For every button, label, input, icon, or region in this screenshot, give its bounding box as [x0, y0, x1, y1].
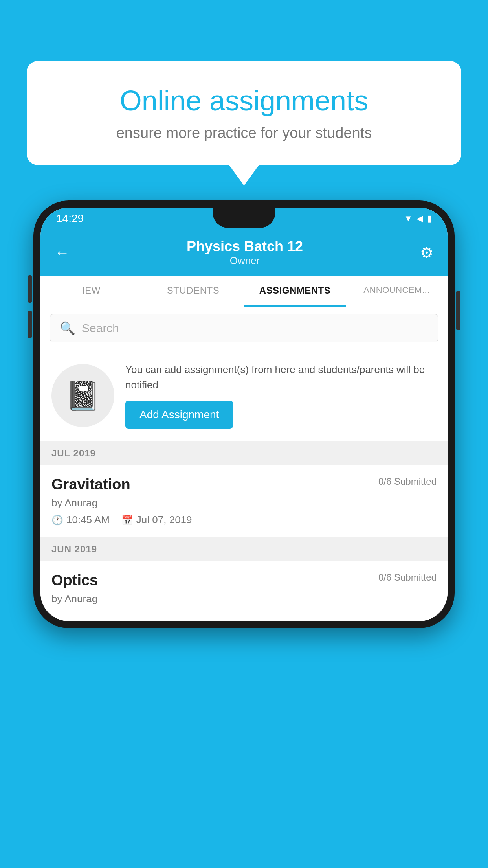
- search-icon: 🔍: [60, 321, 75, 336]
- header-title: Physics Batch 12: [187, 238, 303, 255]
- assignment-item-header-optics: Optics 0/6 Submitted: [51, 572, 437, 589]
- speech-bubble: Online assignments ensure more practice …: [27, 61, 461, 165]
- wifi-icon: ▼: [404, 213, 413, 224]
- search-placeholder: Search: [82, 322, 119, 335]
- battery-icon: ▮: [427, 213, 432, 224]
- app-header: ← Physics Batch 12 Owner ⚙: [40, 230, 448, 276]
- assignment-item-gravitation[interactable]: Gravitation 0/6 Submitted by Anurag 🕐 10…: [40, 465, 448, 537]
- speech-bubble-subtitle: ensure more practice for your students: [58, 125, 430, 142]
- section-header-jul: JUL 2019: [40, 441, 448, 465]
- assignment-time: 10:45 AM: [66, 514, 110, 526]
- back-button[interactable]: ←: [55, 244, 70, 261]
- status-time: 14:29: [56, 212, 84, 225]
- status-icons: ▼ ◀ ▮: [404, 213, 432, 224]
- notebook-icon: 📓: [65, 379, 101, 412]
- meta-date: 📅 Jul 07, 2019: [121, 514, 192, 526]
- search-box[interactable]: 🔍 Search: [50, 314, 438, 342]
- assignment-submitted-optics: 0/6 Submitted: [378, 572, 437, 583]
- settings-icon[interactable]: ⚙: [420, 244, 433, 261]
- assignment-date: Jul 07, 2019: [136, 514, 192, 526]
- add-assignment-button[interactable]: Add Assignment: [125, 401, 233, 429]
- power-button[interactable]: [456, 291, 460, 330]
- meta-time: 🕐 10:45 AM: [51, 514, 110, 526]
- calendar-icon: 📅: [121, 515, 133, 526]
- tab-students[interactable]: STUDENTS: [142, 276, 244, 307]
- assignment-icon-circle: 📓: [51, 364, 114, 427]
- phone: 14:29 ▼ ◀ ▮ ← Physics Batch 12 Owner ⚙ I…: [33, 200, 455, 628]
- header-center: Physics Batch 12 Owner: [187, 238, 303, 267]
- assignment-meta: 🕐 10:45 AM 📅 Jul 07, 2019: [51, 514, 437, 526]
- assignment-submitted: 0/6 Submitted: [378, 476, 437, 487]
- assignment-item-header: Gravitation 0/6 Submitted: [51, 476, 437, 493]
- assignment-name: Gravitation: [51, 476, 130, 493]
- assignment-right: You can add assignment(s) from here and …: [125, 362, 437, 429]
- status-bar: 14:29 ▼ ◀ ▮: [40, 208, 448, 230]
- tabs-bar: IEW STUDENTS ASSIGNMENTS ANNOUNCEM...: [40, 276, 448, 307]
- tab-iew[interactable]: IEW: [40, 276, 142, 307]
- assignment-description: You can add assignment(s) from here and …: [125, 362, 437, 393]
- search-container: 🔍 Search: [40, 307, 448, 349]
- tab-assignments[interactable]: ASSIGNMENTS: [244, 276, 346, 307]
- add-assignment-section: 📓 You can add assignment(s) from here an…: [40, 349, 448, 441]
- section-header-jun: JUN 2019: [40, 537, 448, 561]
- assignment-author: by Anurag: [51, 497, 437, 509]
- volume-down-button[interactable]: [28, 311, 32, 338]
- clock-icon: 🕐: [51, 515, 63, 526]
- header-subtitle: Owner: [187, 255, 303, 267]
- phone-screen: 14:29 ▼ ◀ ▮ ← Physics Batch 12 Owner ⚙ I…: [40, 208, 448, 621]
- notch: [213, 208, 275, 228]
- phone-container: 14:29 ▼ ◀ ▮ ← Physics Batch 12 Owner ⚙ I…: [33, 200, 455, 628]
- assignment-name-optics: Optics: [51, 572, 98, 589]
- tab-announcements[interactable]: ANNOUNCEM...: [346, 276, 448, 307]
- signal-icon: ◀: [416, 213, 423, 224]
- speech-bubble-title: Online assignments: [58, 85, 430, 117]
- assignment-author-optics: by Anurag: [51, 593, 437, 605]
- assignment-item-optics[interactable]: Optics 0/6 Submitted by Anurag: [40, 561, 448, 621]
- volume-up-button[interactable]: [28, 275, 32, 303]
- speech-bubble-container: Online assignments ensure more practice …: [27, 61, 461, 165]
